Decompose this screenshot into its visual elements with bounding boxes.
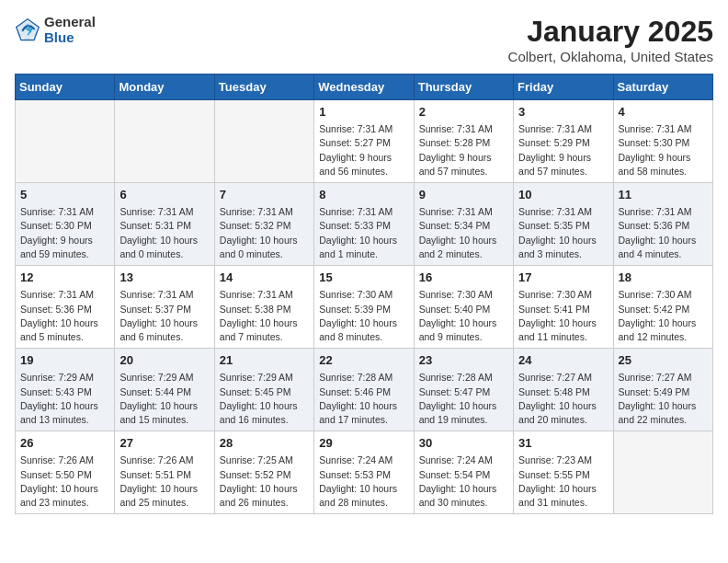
- day-number: 24: [518, 352, 608, 369]
- day-number: 6: [119, 187, 209, 203]
- day-info: Sunrise: 7:31 AM Sunset: 5:36 PM Dayligh…: [619, 205, 708, 261]
- day-info: Sunrise: 7:29 AM Sunset: 5:44 PM Dayligh…: [119, 371, 209, 427]
- calendar-cell: 21Sunrise: 7:29 AM Sunset: 5:45 PM Dayli…: [214, 349, 313, 431]
- calendar-cell: 3Sunrise: 7:31 AM Sunset: 5:29 PM Daylig…: [514, 100, 613, 183]
- calendar-week-row: 5Sunrise: 7:31 AM Sunset: 5:30 PM Daylig…: [16, 183, 713, 266]
- header-thursday: Thursday: [414, 75, 513, 100]
- calendar-week-row: 26Sunrise: 7:26 AM Sunset: 5:50 PM Dayli…: [16, 431, 713, 514]
- day-info: Sunrise: 7:28 AM Sunset: 5:46 PM Dayligh…: [319, 371, 408, 427]
- calendar-cell: 31Sunrise: 7:23 AM Sunset: 5:55 PM Dayli…: [514, 431, 613, 514]
- day-number: 7: [220, 187, 309, 203]
- logo-text: General Blue: [44, 15, 96, 45]
- calendar-cell: 4Sunrise: 7:31 AM Sunset: 5:30 PM Daylig…: [613, 100, 712, 183]
- day-info: Sunrise: 7:25 AM Sunset: 5:52 PM Dayligh…: [220, 454, 309, 510]
- day-info: Sunrise: 7:31 AM Sunset: 5:30 PM Dayligh…: [619, 122, 708, 178]
- day-number: 22: [319, 352, 408, 369]
- calendar-week-row: 12Sunrise: 7:31 AM Sunset: 5:36 PM Dayli…: [16, 266, 713, 349]
- day-info: Sunrise: 7:27 AM Sunset: 5:49 PM Dayligh…: [619, 371, 708, 427]
- title-area: January 2025 Colbert, Oklahoma, United S…: [508, 15, 713, 64]
- day-info: Sunrise: 7:31 AM Sunset: 5:28 PM Dayligh…: [419, 122, 508, 178]
- calendar-cell: 2Sunrise: 7:31 AM Sunset: 5:28 PM Daylig…: [414, 100, 513, 183]
- calendar-cell: [115, 100, 214, 183]
- calendar-cell: [613, 431, 712, 514]
- day-info: Sunrise: 7:24 AM Sunset: 5:53 PM Dayligh…: [319, 454, 408, 510]
- day-number: 8: [319, 187, 408, 203]
- calendar-cell: 18Sunrise: 7:30 AM Sunset: 5:42 PM Dayli…: [613, 266, 712, 349]
- day-info: Sunrise: 7:30 AM Sunset: 5:42 PM Dayligh…: [619, 288, 708, 344]
- day-info: Sunrise: 7:31 AM Sunset: 5:38 PM Dayligh…: [220, 288, 309, 344]
- day-number: 3: [518, 104, 608, 121]
- day-number: 9: [419, 187, 508, 203]
- calendar-cell: 26Sunrise: 7:26 AM Sunset: 5:50 PM Dayli…: [16, 431, 115, 514]
- calendar-cell: 20Sunrise: 7:29 AM Sunset: 5:44 PM Dayli…: [115, 349, 214, 431]
- day-number: 15: [319, 270, 408, 286]
- day-number: 20: [119, 352, 209, 369]
- header-monday: Monday: [115, 75, 214, 100]
- day-info: Sunrise: 7:29 AM Sunset: 5:45 PM Dayligh…: [220, 371, 309, 427]
- header-sunday: Sunday: [16, 75, 115, 100]
- header: General Blue January 2025 Colbert, Oklah…: [15, 15, 713, 64]
- day-info: Sunrise: 7:31 AM Sunset: 5:27 PM Dayligh…: [319, 122, 408, 178]
- day-info: Sunrise: 7:31 AM Sunset: 5:29 PM Dayligh…: [518, 122, 608, 178]
- day-number: 2: [419, 104, 508, 121]
- calendar-cell: 28Sunrise: 7:25 AM Sunset: 5:52 PM Dayli…: [214, 431, 313, 514]
- day-number: 10: [518, 187, 608, 203]
- day-info: Sunrise: 7:27 AM Sunset: 5:48 PM Dayligh…: [518, 371, 608, 427]
- calendar-cell: 30Sunrise: 7:24 AM Sunset: 5:54 PM Dayli…: [414, 431, 513, 514]
- day-number: 28: [220, 435, 309, 452]
- calendar-cell: 8Sunrise: 7:31 AM Sunset: 5:33 PM Daylig…: [314, 183, 414, 266]
- calendar-cell: 9Sunrise: 7:31 AM Sunset: 5:34 PM Daylig…: [414, 183, 513, 266]
- day-info: Sunrise: 7:30 AM Sunset: 5:40 PM Dayligh…: [419, 288, 508, 344]
- header-tuesday: Tuesday: [214, 75, 313, 100]
- day-info: Sunrise: 7:30 AM Sunset: 5:41 PM Dayligh…: [518, 288, 608, 344]
- calendar-cell: 22Sunrise: 7:28 AM Sunset: 5:46 PM Dayli…: [314, 349, 414, 431]
- calendar-cell: 29Sunrise: 7:24 AM Sunset: 5:53 PM Dayli…: [314, 431, 414, 514]
- day-number: 26: [20, 435, 109, 452]
- calendar-subtitle: Colbert, Oklahoma, United States: [508, 49, 713, 64]
- day-info: Sunrise: 7:30 AM Sunset: 5:39 PM Dayligh…: [319, 288, 408, 344]
- calendar-cell: 13Sunrise: 7:31 AM Sunset: 5:37 PM Dayli…: [115, 266, 214, 349]
- day-number: 25: [619, 352, 708, 369]
- day-info: Sunrise: 7:24 AM Sunset: 5:54 PM Dayligh…: [419, 454, 508, 510]
- calendar-cell: 25Sunrise: 7:27 AM Sunset: 5:49 PM Dayli…: [613, 349, 712, 431]
- day-number: 16: [419, 270, 508, 286]
- calendar-cell: 6Sunrise: 7:31 AM Sunset: 5:31 PM Daylig…: [115, 183, 214, 266]
- day-number: 5: [20, 187, 109, 203]
- calendar-header-row: SundayMondayTuesdayWednesdayThursdayFrid…: [16, 75, 713, 100]
- day-number: 17: [518, 270, 608, 286]
- logo-general-text: General: [44, 15, 96, 30]
- day-number: 13: [119, 270, 209, 286]
- day-number: 31: [518, 435, 608, 452]
- calendar-week-row: 19Sunrise: 7:29 AM Sunset: 5:43 PM Dayli…: [16, 349, 713, 431]
- logo-blue-text: Blue: [44, 30, 96, 46]
- day-info: Sunrise: 7:31 AM Sunset: 5:34 PM Dayligh…: [419, 205, 508, 261]
- calendar-cell: 12Sunrise: 7:31 AM Sunset: 5:36 PM Dayli…: [16, 266, 115, 349]
- calendar-cell: 15Sunrise: 7:30 AM Sunset: 5:39 PM Dayli…: [314, 266, 414, 349]
- day-number: 1: [319, 104, 408, 121]
- day-info: Sunrise: 7:26 AM Sunset: 5:50 PM Dayligh…: [20, 454, 109, 510]
- day-number: 30: [419, 435, 508, 452]
- header-saturday: Saturday: [613, 75, 712, 100]
- calendar-cell: 23Sunrise: 7:28 AM Sunset: 5:47 PM Dayli…: [414, 349, 513, 431]
- day-info: Sunrise: 7:23 AM Sunset: 5:55 PM Dayligh…: [518, 454, 608, 510]
- header-friday: Friday: [514, 75, 613, 100]
- day-number: 29: [319, 435, 408, 452]
- day-number: 19: [20, 352, 109, 369]
- calendar-cell: [214, 100, 313, 183]
- day-info: Sunrise: 7:31 AM Sunset: 5:31 PM Dayligh…: [119, 205, 209, 261]
- day-number: 12: [20, 270, 109, 286]
- day-info: Sunrise: 7:26 AM Sunset: 5:51 PM Dayligh…: [119, 454, 209, 510]
- day-number: 18: [619, 270, 708, 286]
- day-info: Sunrise: 7:31 AM Sunset: 5:36 PM Dayligh…: [20, 288, 109, 344]
- header-wednesday: Wednesday: [314, 75, 414, 100]
- calendar-cell: 11Sunrise: 7:31 AM Sunset: 5:36 PM Dayli…: [613, 183, 712, 266]
- day-info: Sunrise: 7:31 AM Sunset: 5:35 PM Dayligh…: [518, 205, 608, 261]
- day-info: Sunrise: 7:31 AM Sunset: 5:32 PM Dayligh…: [220, 205, 309, 261]
- calendar-cell: 7Sunrise: 7:31 AM Sunset: 5:32 PM Daylig…: [214, 183, 313, 266]
- calendar-cell: 24Sunrise: 7:27 AM Sunset: 5:48 PM Dayli…: [514, 349, 613, 431]
- calendar-week-row: 1Sunrise: 7:31 AM Sunset: 5:27 PM Daylig…: [16, 100, 713, 183]
- logo: General Blue: [15, 15, 96, 45]
- day-number: 14: [220, 270, 309, 286]
- day-info: Sunrise: 7:29 AM Sunset: 5:43 PM Dayligh…: [20, 371, 109, 427]
- day-number: 27: [119, 435, 209, 452]
